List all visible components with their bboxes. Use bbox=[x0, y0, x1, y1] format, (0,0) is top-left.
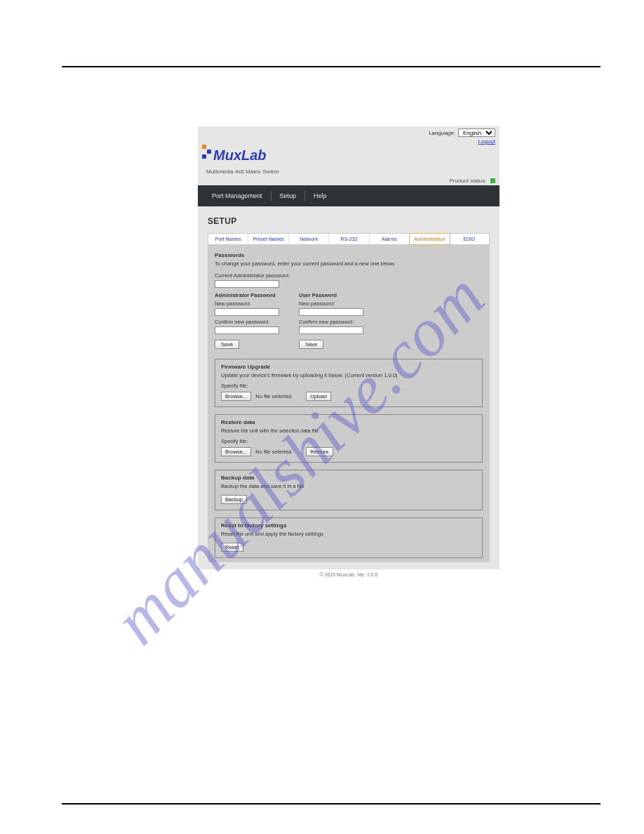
password-columns: Administrator Password New password: Con… bbox=[215, 292, 483, 352]
restore-browse-button[interactable]: Browse... bbox=[221, 447, 251, 456]
user-confirm-pw-label: Confirm new password: bbox=[299, 319, 363, 325]
main-nav: Port Management Setup Help bbox=[198, 185, 499, 206]
footer-copyright: © 2015 MuxLab. Ver. 1.0.0 bbox=[198, 569, 499, 577]
user-pw-heading: User Password bbox=[299, 292, 363, 298]
top-bar: Language: English bbox=[198, 126, 499, 137]
restore-desc: Restore the unit with the selected data … bbox=[221, 428, 476, 434]
backup-desc: Backup the data and save it in a file bbox=[221, 483, 476, 489]
firmware-file-status: No file selected. bbox=[255, 393, 302, 399]
user-confirm-pw-input[interactable] bbox=[299, 326, 363, 334]
tab-preset-names[interactable]: Preset Names bbox=[248, 234, 288, 244]
user-new-pw-label: New password: bbox=[299, 300, 363, 307]
tab-network[interactable]: Network bbox=[289, 234, 329, 244]
firmware-browse-button[interactable]: Browse... bbox=[221, 392, 251, 401]
backup-button[interactable]: Backup bbox=[221, 495, 247, 504]
user-new-pw-input[interactable] bbox=[299, 308, 363, 316]
reset-title: Reset to factory settings bbox=[221, 522, 476, 529]
tab-edid[interactable]: EDID bbox=[450, 234, 489, 244]
current-admin-pw-label: Current Administrator password: bbox=[215, 272, 483, 279]
admin-save-button[interactable]: Save bbox=[215, 340, 239, 349]
passwords-title: Passwords bbox=[215, 252, 483, 258]
reset-box: Reset to factory settings Reset the unit… bbox=[215, 517, 483, 558]
backup-box: Backup data Backup the data and save it … bbox=[215, 470, 483, 510]
language-label: Language: bbox=[429, 130, 455, 136]
admin-confirm-pw-label: Confirm new password: bbox=[215, 319, 279, 325]
firmware-file-row: Browse... No file selected. Upload bbox=[221, 392, 476, 401]
product-status-label: Product status: bbox=[449, 178, 486, 184]
passwords-desc: To change your password, enter your curr… bbox=[215, 260, 483, 267]
nav-setup[interactable]: Setup bbox=[271, 192, 305, 199]
language-select[interactable]: English bbox=[458, 128, 495, 137]
restore-specify-label: Specify file: bbox=[221, 438, 476, 444]
brand-logo: MuxLab bbox=[202, 145, 286, 168]
status-indicator-icon bbox=[490, 178, 495, 183]
firmware-desc: Update your device's firmware by uploadi… bbox=[221, 372, 476, 378]
user-save-button[interactable]: Save bbox=[299, 340, 323, 349]
current-admin-pw-input[interactable] bbox=[215, 280, 279, 288]
restore-button[interactable]: Restore bbox=[306, 447, 333, 456]
page-title: SETUP bbox=[208, 216, 490, 226]
admin-new-pw-input[interactable] bbox=[215, 308, 279, 316]
admin-confirm-pw-input[interactable] bbox=[215, 326, 279, 334]
admin-panel: Passwords To change your password, enter… bbox=[208, 245, 490, 562]
admin-pw-heading: Administrator Password bbox=[215, 292, 279, 298]
admin-password-column: Administrator Password New password: Con… bbox=[215, 292, 279, 352]
firmware-upload-button[interactable]: Upload bbox=[306, 392, 331, 401]
restore-file-status: No file selected. bbox=[255, 449, 302, 455]
tab-administration[interactable]: Administration bbox=[409, 233, 450, 245]
svg-rect-1 bbox=[207, 150, 211, 154]
svg-rect-2 bbox=[202, 154, 206, 159]
admin-new-pw-label: New password: bbox=[215, 300, 279, 307]
tab-alarms[interactable]: Alarms bbox=[370, 234, 410, 244]
logout-link[interactable]: Logout bbox=[198, 137, 499, 145]
backup-title: Backup data bbox=[221, 475, 476, 481]
restore-box: Restore data Restore the unit with the s… bbox=[215, 414, 483, 463]
logo-row: MuxLab bbox=[198, 145, 499, 171]
setup-tabs: Port Names Preset Names Network RS-232 A… bbox=[208, 233, 490, 245]
page-divider-top bbox=[62, 66, 601, 67]
restore-title: Restore data bbox=[221, 419, 476, 425]
firmware-specify-label: Specify file: bbox=[221, 383, 476, 389]
content-area: SETUP Port Names Preset Names Network RS… bbox=[198, 206, 499, 569]
restore-file-row: Browse... No file selected. Restore bbox=[221, 447, 476, 456]
svg-rect-0 bbox=[202, 145, 206, 149]
product-status-row: Product status: bbox=[198, 178, 499, 185]
nav-port-management[interactable]: Port Management bbox=[203, 192, 271, 199]
firmware-title: Firmware Upgrade bbox=[221, 364, 476, 370]
firmware-box: Firmware Upgrade Update your device's fi… bbox=[215, 359, 483, 407]
app-window: Language: English Logout MuxLab Multimed… bbox=[198, 126, 499, 577]
svg-text:MuxLab: MuxLab bbox=[213, 147, 267, 163]
nav-help[interactable]: Help bbox=[305, 192, 335, 199]
page-divider-bottom bbox=[62, 803, 601, 805]
tab-rs232[interactable]: RS-232 bbox=[329, 234, 369, 244]
reset-desc: Reset the unit and apply the factory set… bbox=[221, 531, 476, 537]
tab-port-names[interactable]: Port Names bbox=[208, 234, 248, 244]
product-subtitle: Multimedia 4x8 Matrix Switch bbox=[198, 168, 499, 178]
reset-button[interactable]: Reset bbox=[221, 543, 243, 552]
user-password-column: User Password New password: Confirm new … bbox=[299, 292, 363, 352]
